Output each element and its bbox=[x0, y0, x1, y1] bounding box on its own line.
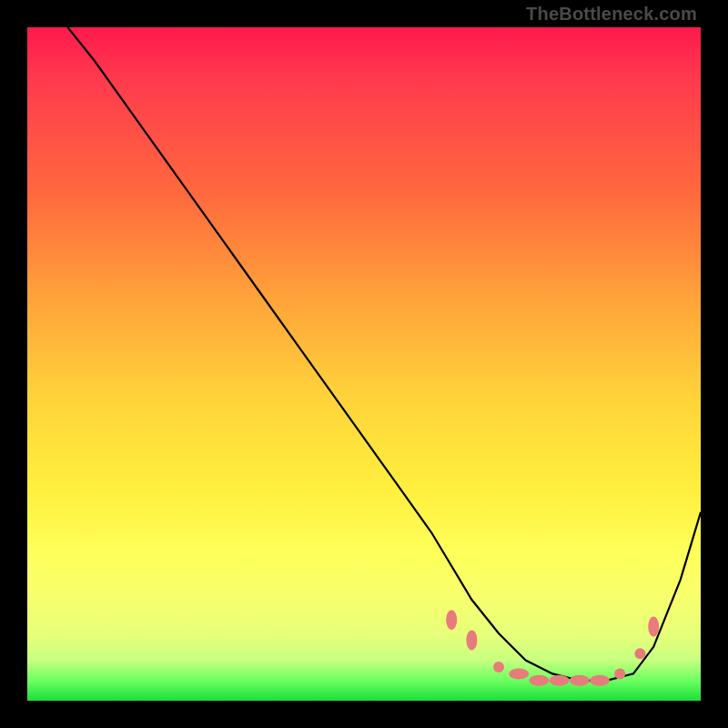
curve-marker bbox=[648, 617, 659, 637]
curve-marker bbox=[466, 630, 477, 650]
chart-frame: TheBottleneck.com bbox=[0, 0, 728, 728]
bottleneck-curve bbox=[67, 27, 701, 681]
attribution-label: TheBottleneck.com bbox=[526, 4, 697, 25]
curve-marker bbox=[570, 675, 590, 686]
curve-marker bbox=[614, 668, 625, 679]
curve-svg bbox=[27, 27, 701, 701]
curve-marker bbox=[550, 675, 570, 686]
plot-area bbox=[27, 27, 701, 701]
curve-marker bbox=[634, 648, 645, 659]
curve-marker bbox=[529, 675, 549, 686]
curve-marker bbox=[509, 668, 529, 679]
curve-marker bbox=[590, 675, 610, 686]
curve-marker bbox=[493, 662, 504, 672]
curve-marker bbox=[446, 610, 457, 630]
